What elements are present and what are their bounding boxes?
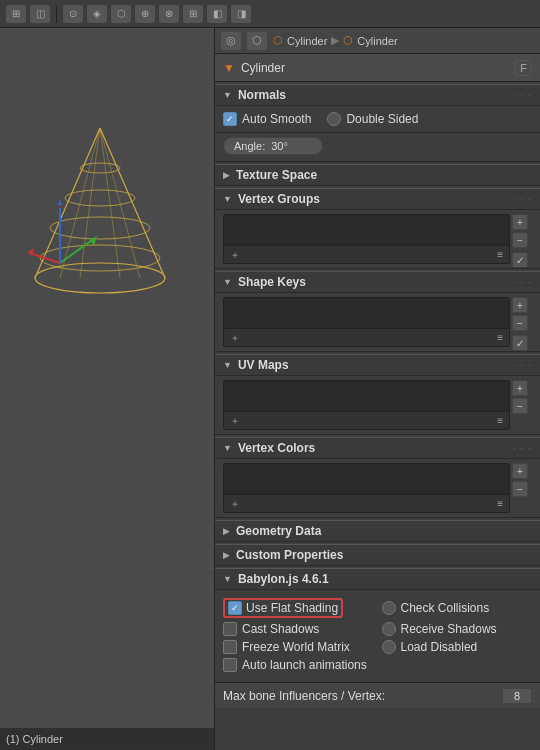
toolbar-icon-8[interactable]: ⊞ [183, 5, 203, 23]
toolbar-icon-4[interactable]: ◈ [87, 5, 107, 23]
prop-icon-mesh[interactable]: ⬡ [247, 32, 267, 50]
uv-maps-minus-btn[interactable]: − [512, 398, 528, 414]
freeze-world-matrix-label: Freeze World Matrix [242, 640, 350, 654]
shape-keys-eq-icon[interactable]: ≡ [497, 332, 503, 343]
vertex-groups-body: ＋ ≡ + − ✓ [215, 210, 540, 269]
babylon-section-header[interactable]: ▼ Babylon.js 4.6.1 [215, 568, 540, 590]
custom-properties-header[interactable]: ▶ Custom Properties [215, 544, 540, 566]
angle-input[interactable]: Angle: 30° [223, 137, 323, 155]
vertex-colors-header[interactable]: ▼ Vertex Colors · · · [215, 437, 540, 459]
cone-mesh [20, 108, 180, 308]
cast-shadows-label: Cast Shadows [242, 622, 319, 636]
uv-maps-eq-icon[interactable]: ≡ [497, 415, 503, 426]
toolbar-icon-10[interactable]: ◨ [231, 5, 251, 23]
svg-line-10 [100, 128, 140, 278]
auto-launch-label: Auto launch animations [242, 658, 367, 672]
main-area: (1) Cylinder ◎ ⬡ ⬡ Cylinder ▶ ⬡ Cylinder… [0, 28, 540, 750]
uv-maps-plus-btn[interactable]: + [512, 380, 528, 396]
texture-space-arrow-icon: ▶ [223, 170, 230, 180]
toolbar-icon-3[interactable]: ⊙ [63, 5, 83, 23]
shape-keys-add-icon[interactable]: ＋ [230, 331, 240, 345]
double-sided-row[interactable]: Double Sided [327, 112, 418, 126]
vertex-groups-minus-btn[interactable]: − [512, 232, 528, 248]
vertex-groups-list[interactable]: ＋ ≡ [223, 214, 510, 264]
uv-maps-add-icon[interactable]: ＋ [230, 414, 240, 428]
auto-smooth-checkbox[interactable] [223, 112, 237, 126]
uv-maps-list[interactable]: ＋ ≡ [223, 380, 510, 430]
vertex-groups-list-bar: ＋ ≡ [224, 245, 509, 263]
vertex-groups-eq-icon[interactable]: ≡ [497, 249, 503, 260]
toolbar-icon-7[interactable]: ⊗ [159, 5, 179, 23]
breadcrumb-item1[interactable]: Cylinder [287, 35, 327, 47]
vertex-groups-header[interactable]: ▼ Vertex Groups · · · [215, 188, 540, 210]
shape-keys-dots: · · · [513, 277, 532, 288]
vertex-colors-list[interactable]: ＋ ≡ [223, 463, 510, 513]
vertex-colors-body: ＋ ≡ + − [215, 459, 540, 518]
double-sided-icon [327, 112, 341, 126]
object-name-label: Cylinder [241, 61, 509, 75]
load-disabled-row[interactable]: Load Disabled [382, 640, 533, 654]
shape-keys-extra-btn[interactable]: ✓ [512, 335, 528, 351]
vertex-groups-plus-btn[interactable]: + [512, 214, 528, 230]
toolbar-icon-9[interactable]: ◧ [207, 5, 227, 23]
normals-section-header[interactable]: ▼ Normals · · · [215, 84, 540, 106]
shape-keys-plus-btn[interactable]: + [512, 297, 528, 313]
vertex-colors-side-buttons: + − [512, 463, 528, 497]
max-bone-input[interactable]: 8 [502, 688, 532, 704]
max-bone-label: Max bone Influencers / Vertex: [223, 689, 385, 703]
vertex-groups-add-icon[interactable]: ＋ [230, 248, 240, 262]
vertex-groups-dots: · · · [513, 194, 532, 205]
auto-smooth-label: Auto Smooth [242, 112, 311, 126]
auto-launch-row[interactable]: Auto launch animations [223, 658, 532, 672]
cast-shadows-checkbox[interactable] [223, 622, 237, 636]
texture-space-title: Texture Space [236, 168, 317, 182]
texture-space-header[interactable]: ▶ Texture Space [215, 164, 540, 186]
breadcrumb-item2[interactable]: Cylinder [357, 35, 397, 47]
shape-keys-side-buttons: + − ✓ [512, 297, 528, 351]
vertex-groups-list-wrapper: ＋ ≡ + − ✓ [223, 214, 510, 264]
normals-body: Auto Smooth Double Sided [215, 106, 540, 133]
check-collisions-row[interactable]: Check Collisions [382, 598, 533, 618]
properties-panel: ◎ ⬡ ⬡ Cylinder ▶ ⬡ Cylinder ▼ Cylinder F… [215, 28, 540, 750]
vertex-colors-plus-btn[interactable]: + [512, 463, 528, 479]
svg-marker-14 [90, 236, 97, 246]
svg-point-3 [80, 163, 120, 173]
auto-smooth-row[interactable]: Auto Smooth [223, 112, 311, 126]
vertex-colors-eq-icon[interactable]: ≡ [497, 498, 503, 509]
freeze-world-matrix-row[interactable]: Freeze World Matrix [223, 640, 374, 654]
svg-point-5 [50, 217, 150, 239]
receive-shadows-row[interactable]: Receive Shadows [382, 622, 533, 636]
uv-maps-header[interactable]: ▼ UV Maps · · · [215, 354, 540, 376]
use-flat-shading-highlight[interactable]: Use Flat Shading [223, 598, 343, 618]
toolbar-icon-1[interactable]: ⊞ [6, 5, 26, 23]
uv-maps-body: ＋ ≡ + − [215, 376, 540, 435]
viewport[interactable]: (1) Cylinder [0, 28, 215, 750]
shape-keys-list-bar: ＋ ≡ [224, 328, 509, 346]
auto-launch-checkbox[interactable] [223, 658, 237, 672]
toolbar-icon-6[interactable]: ⊕ [135, 5, 155, 23]
receive-shadows-label: Receive Shadows [401, 622, 497, 636]
shape-keys-minus-btn[interactable]: − [512, 315, 528, 331]
babylon-body: Use Flat Shading Check Collisions Cast S… [215, 590, 540, 682]
cast-shadows-row[interactable]: Cast Shadows [223, 622, 374, 636]
freeze-world-matrix-checkbox[interactable] [223, 640, 237, 654]
toolbar-icon-5[interactable]: ⬡ [111, 5, 131, 23]
toolbar-icon-2[interactable]: ◫ [30, 5, 50, 23]
geometry-data-header[interactable]: ▶ Geometry Data [215, 520, 540, 542]
geometry-data-title: Geometry Data [236, 524, 321, 538]
svg-point-6 [40, 245, 160, 271]
vertex-colors-minus-btn[interactable]: − [512, 481, 528, 497]
normals-arrow-icon: ▼ [223, 90, 232, 100]
use-flat-shading-row[interactable]: Use Flat Shading [223, 598, 374, 618]
vertex-colors-add-icon[interactable]: ＋ [230, 497, 240, 511]
shape-keys-arrow-icon: ▼ [223, 277, 232, 287]
shape-keys-list[interactable]: ＋ ≡ [223, 297, 510, 347]
properties-content[interactable]: ▼ Normals · · · Auto Smooth Double Sided… [215, 82, 540, 750]
use-flat-shading-checkbox[interactable] [228, 601, 242, 615]
svg-marker-16 [58, 199, 62, 205]
vertex-groups-extra-btn[interactable]: ✓ [512, 252, 528, 268]
prop-icon-small[interactable]: ◎ [221, 32, 241, 50]
shape-keys-header[interactable]: ▼ Shape Keys · · · [215, 271, 540, 293]
uv-maps-title: UV Maps [238, 358, 289, 372]
use-flat-shading-label: Use Flat Shading [246, 601, 338, 615]
